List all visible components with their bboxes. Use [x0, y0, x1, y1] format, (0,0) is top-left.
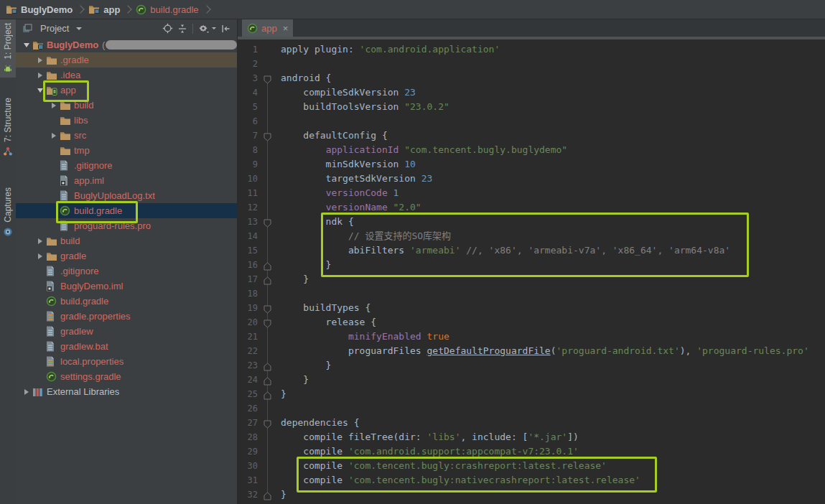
tree-item-src[interactable]: src — [16, 128, 237, 143]
chevron-collapsed-icon[interactable] — [34, 57, 46, 63]
file-iml-icon — [60, 175, 74, 186]
code-text: defaultConfig { — [281, 129, 388, 143]
line-number: 8 — [238, 143, 258, 157]
code-text: compile 'com.tencent.bugly:nativecrashre… — [281, 473, 640, 487]
tree-item-.gitignore[interactable]: .gitignore — [16, 158, 237, 173]
folder-icon — [46, 236, 60, 246]
redaction-pill — [106, 40, 237, 50]
tree-item-buglydemo[interactable]: BuglyDemo() — [16, 37, 237, 52]
chevron-collapsed-icon[interactable] — [47, 133, 60, 139]
locate-icon[interactable] — [160, 23, 175, 34]
tree-item-tmp[interactable]: tmp — [16, 143, 237, 158]
chevron-collapsed-icon[interactable] — [34, 238, 46, 244]
code-line-20: 20 release { — [238, 315, 825, 330]
file-icon — [46, 326, 60, 337]
code-text: buildToolsVersion "23.0.2" — [281, 100, 449, 114]
code-editor[interactable]: 1apply plugin: 'com.android.application'… — [238, 39, 825, 504]
chevron-collapsed-icon[interactable] — [47, 103, 60, 108]
toolbar-separator — [192, 24, 193, 34]
code-text: dependencies { — [281, 416, 360, 430]
project-panel: Project BuglyDemo().gradle.ideaappbuildl… — [16, 19, 237, 504]
code-text: proguardFiles getDefaultProguardFile('pr… — [281, 344, 809, 358]
project-panel-header: Project — [16, 19, 237, 37]
tree-item-local.properties[interactable]: local.properties — [16, 354, 237, 369]
folder-icon — [60, 101, 74, 111]
tree-item-gradle.properties[interactable]: gradle.properties — [16, 309, 237, 324]
line-number: 24 — [238, 373, 258, 387]
line-number: 9 — [238, 157, 258, 172]
line-number: 17 — [238, 272, 258, 286]
tree-item-label: BuglyUploadLog.txt — [74, 190, 155, 201]
code-line-15: 15 abiFilters 'armeabi' //, 'x86', 'arme… — [238, 243, 825, 258]
line-number: 12 — [238, 200, 258, 215]
toolwindow-tab--project[interactable]: 1: Project — [0, 19, 16, 78]
line-number: 28 — [238, 430, 258, 444]
tree-item-label: gradlew.bat — [60, 341, 108, 352]
folder-icon — [60, 146, 74, 156]
editor-tab-bar: app × — [238, 19, 825, 37]
chevron-collapsed-icon[interactable] — [34, 73, 46, 78]
panel-title[interactable]: Project — [40, 23, 69, 34]
tree-item-gradlew[interactable]: gradlew — [16, 324, 237, 339]
line-number: 13 — [238, 215, 258, 229]
folder-project-icon — [32, 40, 47, 50]
tree-item-proguard-rules.pro[interactable]: proguard-rules.pro — [16, 218, 237, 233]
breadcrumb-item-BuglyDemo[interactable]: BuglyDemo — [6, 4, 73, 15]
breadcrumb-item-app[interactable]: app — [88, 4, 120, 15]
tree-item-buglydemo.iml[interactable]: BuglyDemo.iml — [16, 279, 237, 294]
editor-tab-label: app — [261, 23, 277, 34]
chevron-down-icon[interactable] — [76, 27, 82, 30]
chevron-expanded-icon[interactable] — [34, 88, 46, 93]
code-line-14: 14 // 设置支持的SO库架构 — [238, 229, 825, 243]
code-line-28: 28 compile fileTree(dir: 'libs', include… — [238, 430, 825, 444]
code-text: abiFilters 'armeabi' //, 'x86', 'armeabi… — [281, 243, 730, 258]
code-text: } — [281, 358, 331, 373]
code-text: } — [281, 258, 331, 272]
breadcrumb-item-build.gradle[interactable]: build.gradle — [136, 4, 198, 15]
gear-icon[interactable] — [196, 24, 218, 34]
toolwindow-tab--structure[interactable]: 7: Structure — [0, 94, 16, 160]
line-number: 4 — [238, 85, 258, 100]
toolwindow-tab-label: 7: Structure — [3, 98, 13, 142]
breadcrumb-separator-icon — [202, 5, 210, 13]
code-line-9: 9 minSdkVersion 10 — [238, 157, 825, 172]
tree-item-buglyuploadlog.txt[interactable]: BuglyUploadLog.txt — [16, 188, 237, 203]
folder-module-icon — [6, 4, 17, 14]
fold-end-icon[interactable] — [264, 490, 271, 504]
tree-item-label: .gradle — [60, 55, 89, 65]
tree-item-label: External Libraries — [47, 386, 119, 397]
editor-tab-app[interactable]: app × — [242, 19, 293, 37]
tree-item-build[interactable]: build — [16, 233, 237, 248]
chevron-collapsed-icon[interactable] — [20, 389, 32, 395]
tree-item-libs[interactable]: libs — [16, 113, 237, 128]
code-text: ndk { — [281, 215, 354, 229]
chevron-collapsed-icon[interactable] — [34, 253, 46, 259]
project-tree: BuglyDemo().gradle.ideaappbuildlibssrctm… — [16, 37, 237, 503]
tree-item-gradlew.bat[interactable]: gradlew.bat — [16, 339, 237, 354]
code-line-11: 11 versionCode 1 — [238, 186, 825, 200]
tree-item-label: BuglyDemo.iml — [60, 281, 123, 291]
tree-item-.gradle[interactable]: .gradle — [16, 52, 237, 67]
tree-item-label: .gitignore — [74, 160, 112, 171]
tree-item-.idea[interactable]: .idea — [16, 67, 237, 83]
tree-item-build.gradle[interactable]: build.gradle — [16, 203, 237, 218]
tree-item-gradle[interactable]: gradle — [16, 248, 237, 263]
collapse-icon[interactable] — [175, 24, 190, 34]
hide-icon[interactable] — [218, 24, 233, 34]
tree-item-app[interactable]: app — [16, 83, 237, 98]
tree-item-.gitignore[interactable]: .gitignore — [16, 263, 237, 279]
tree-item-external-libraries[interactable]: External Libraries — [16, 384, 237, 399]
tree-item-build.gradle[interactable]: build.gradle — [16, 294, 237, 309]
code-line-17: 17 } — [238, 272, 825, 286]
code-line-4: 4 compileSdkVersion 23 — [238, 85, 825, 100]
tree-item-app.iml[interactable]: app.iml — [16, 173, 237, 188]
tree-item-build[interactable]: build — [16, 98, 237, 113]
code-text: } — [281, 487, 286, 502]
line-number: 22 — [238, 344, 258, 358]
toolwindow-tab-captures[interactable]: Captures — [0, 184, 16, 241]
close-icon[interactable]: × — [283, 23, 289, 34]
line-number: 20 — [238, 315, 258, 330]
tree-item-settings.gradle[interactable]: settings.gradle — [16, 369, 237, 384]
file-iml-icon — [46, 281, 60, 291]
chevron-expanded-icon[interactable] — [20, 43, 32, 47]
